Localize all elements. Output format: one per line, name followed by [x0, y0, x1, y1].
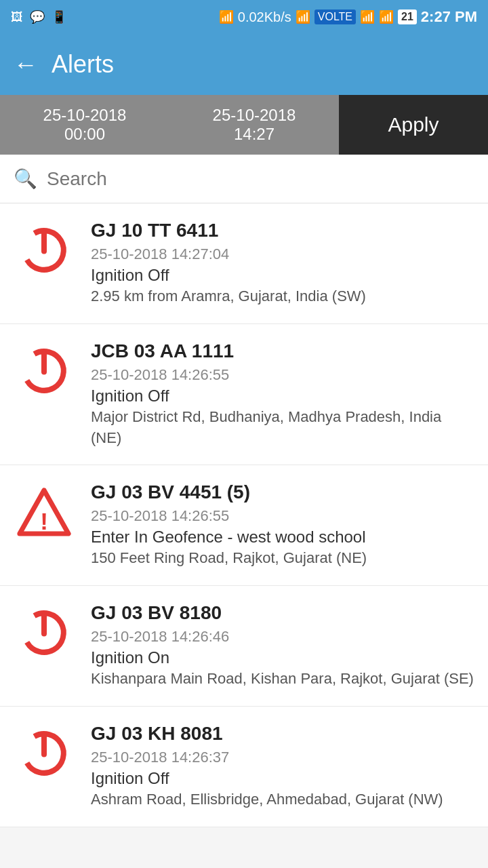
alert-location: Ashram Road, Ellisbridge, Ahmedabad, Guj… [91, 789, 474, 810]
alert-icon-wrap: ! [14, 481, 75, 542]
end-date-field[interactable]: 25-10-2018 14:27 [169, 95, 339, 155]
wifi-icon: 📶 [296, 9, 310, 24]
list-item[interactable]: GJ 10 TT 6411 25-10-2018 14:27:04 Igniti… [0, 203, 488, 324]
alert-location: Major District Rd, Budhaniya, Madhya Pra… [91, 407, 474, 449]
alert-time: 25-10-2018 14:26:55 [91, 366, 474, 384]
alert-content: GJ 10 TT 6411 25-10-2018 14:27:04 Igniti… [91, 220, 474, 307]
alert-vehicle: JCB 03 AA 1111 [91, 340, 474, 362]
clock: 2:27 PM [421, 8, 477, 26]
svg-text:!: ! [40, 508, 48, 534]
alert-content: GJ 03 BV 4451 (5) 25-10-2018 14:26:55 En… [91, 481, 474, 569]
back-button[interactable]: ← [14, 50, 38, 79]
search-input[interactable] [47, 168, 474, 190]
search-bar: 🔍 [0, 155, 488, 203]
volte-badge: VOLTE [314, 9, 356, 24]
alert-event: Ignition Off [91, 266, 474, 285]
alert-list: GJ 10 TT 6411 25-10-2018 14:27:04 Igniti… [0, 203, 488, 827]
signal2-icon: 📶 [379, 9, 394, 24]
status-bar: 🖼 💬 📱 📶 0.02Kb/s 📶 VOLTE 📶 📶 21 2:27 PM [0, 0, 488, 34]
alert-icon-wrap [14, 220, 75, 281]
list-item[interactable]: ! GJ 03 BV 4451 (5) 25-10-2018 14:26:55 … [0, 465, 488, 586]
alert-event: Ignition Off [91, 387, 474, 406]
alert-event: Ignition On [91, 648, 474, 667]
sim-icon: 📶 [219, 9, 234, 24]
alert-time: 25-10-2018 14:27:04 [91, 245, 474, 263]
list-item[interactable]: GJ 03 BV 8180 25-10-2018 14:26:46 Igniti… [0, 586, 488, 707]
end-time: 14:27 [234, 125, 274, 144]
gallery-icon: 🖼 [11, 10, 23, 24]
alert-location: Kishanpara Main Road, Kishan Para, Rajko… [91, 669, 474, 690]
apply-button[interactable]: Apply [339, 95, 488, 155]
start-date: 25-10-2018 [43, 106, 127, 125]
whatsapp-icon: 📱 [52, 9, 66, 24]
search-icon: 🔍 [14, 167, 37, 190]
alert-vehicle: GJ 03 KH 8081 [91, 723, 474, 745]
alert-time: 25-10-2018 14:26:55 [91, 507, 474, 525]
alert-content: GJ 03 BV 8180 25-10-2018 14:26:46 Igniti… [91, 602, 474, 690]
alert-content: GJ 03 KH 8081 25-10-2018 14:26:37 Igniti… [91, 723, 474, 810]
list-item[interactable]: JCB 03 AA 1111 25-10-2018 14:26:55 Ignit… [0, 324, 488, 466]
alert-vehicle: GJ 10 TT 6411 [91, 220, 474, 241]
signal-icon: 📶 [360, 9, 375, 24]
alert-event: Ignition Off [91, 769, 474, 788]
start-date-field[interactable]: 25-10-2018 00:00 [0, 95, 169, 155]
battery-level: 21 [398, 9, 417, 24]
list-item[interactable]: GJ 03 KH 8081 25-10-2018 14:26:37 Igniti… [0, 707, 488, 827]
message-icon: 💬 [30, 9, 45, 24]
alert-content: JCB 03 AA 1111 25-10-2018 14:26:55 Ignit… [91, 340, 474, 449]
alert-location: 150 Feet Ring Road, Rajkot, Gujarat (NE) [91, 548, 474, 569]
app-bar: ← Alerts [0, 34, 488, 95]
status-bar-left: 🖼 💬 📱 [11, 9, 66, 24]
status-bar-right: 📶 0.02Kb/s 📶 VOLTE 📶 📶 21 2:27 PM [219, 8, 477, 26]
alert-time: 25-10-2018 14:26:37 [91, 749, 474, 766]
filter-bar: 25-10-2018 00:00 25-10-2018 14:27 Apply [0, 95, 488, 155]
start-time: 00:00 [64, 125, 105, 144]
alert-vehicle: GJ 03 BV 4451 (5) [91, 481, 474, 503]
alert-icon-wrap [14, 723, 75, 784]
end-date: 25-10-2018 [213, 106, 296, 125]
alert-time: 25-10-2018 14:26:46 [91, 628, 474, 646]
page-title: Alerts [52, 50, 114, 79]
alert-vehicle: GJ 03 BV 8180 [91, 602, 474, 624]
network-speed: 0.02Kb/s [238, 9, 291, 25]
alert-event: Enter In Geofence - west wood school [91, 528, 474, 547]
alert-location: 2.95 km from Aramra, Gujarat, India (SW) [91, 286, 474, 307]
alert-icon-wrap [14, 340, 75, 401]
alert-icon-wrap [14, 602, 75, 663]
